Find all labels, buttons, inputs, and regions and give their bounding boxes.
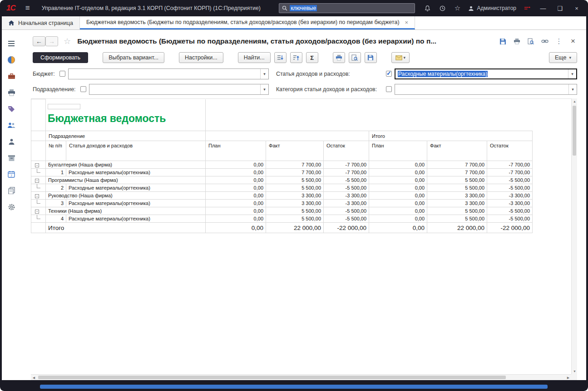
report-cell-num[interactable]: 1: [46, 169, 66, 176]
report-cell-num[interactable]: 2: [46, 184, 66, 192]
report-cell-value[interactable]: 3 300,00: [427, 192, 487, 200]
collapse-group-icon[interactable]: -: [35, 179, 39, 183]
tag-icon[interactable]: [7, 104, 16, 113]
report-cell-name[interactable]: Руководство (Наша фирма): [46, 192, 206, 200]
col-rest-1[interactable]: Остаток: [324, 141, 369, 161]
report-cell-value[interactable]: 0,00: [206, 192, 266, 200]
report-cell-value[interactable]: 0,00: [369, 184, 427, 192]
report-cell-value[interactable]: 0,00: [369, 200, 427, 207]
report-cell-value[interactable]: -3 300,00: [324, 200, 369, 207]
archive-box-icon[interactable]: [7, 153, 16, 162]
report-cell-value[interactable]: -22 000,00: [487, 223, 533, 233]
report-cell-value[interactable]: -7 700,00: [324, 169, 369, 176]
report-cell-value[interactable]: -22 000,00: [324, 223, 369, 233]
report-cell-value[interactable]: -5 500,00: [324, 207, 369, 215]
col-plan-1[interactable]: План: [206, 141, 266, 161]
notifications-bell-icon[interactable]: [423, 4, 431, 12]
totals-sigma-button[interactable]: Σ: [306, 52, 318, 63]
report-cell-value[interactable]: 5 500,00: [427, 215, 487, 223]
report-cell-value[interactable]: 0,00: [206, 200, 266, 207]
briefcase-icon[interactable]: [7, 72, 16, 81]
budget-checkbox[interactable]: [59, 71, 65, 77]
chevron-down-icon[interactable]: ▾: [568, 84, 577, 94]
report-cell-item[interactable]: Расходные материалы(оргтехника): [66, 200, 206, 207]
report-cell-value[interactable]: 5 500,00: [427, 184, 487, 192]
maximize-button[interactable]: ❑: [555, 5, 565, 12]
report-cell-value[interactable]: 22 000,00: [266, 223, 324, 233]
category-checkbox[interactable]: [386, 86, 392, 92]
back-button[interactable]: ←: [33, 36, 45, 46]
col-rest-2[interactable]: Остаток: [487, 141, 533, 161]
sort-ascending-button[interactable]: [290, 52, 302, 63]
report-cell-item[interactable]: Расходные материалы(оргтехника): [66, 169, 206, 176]
sections-menu-icon[interactable]: [7, 39, 16, 48]
report-cell-value[interactable]: 0,00: [206, 223, 266, 233]
report-cell-value[interactable]: 22 000,00: [427, 223, 487, 233]
chevron-down-icon[interactable]: ▾: [260, 84, 268, 94]
report-cell-value[interactable]: -3 300,00: [487, 192, 533, 200]
report-cell-value[interactable]: 0,00: [369, 161, 427, 169]
report-cell-value[interactable]: 5 500,00: [266, 215, 324, 223]
report-cell-value[interactable]: 0,00: [369, 169, 427, 176]
report-cell-value[interactable]: -5 500,00: [324, 215, 369, 223]
report-cell-value[interactable]: 0,00: [369, 176, 427, 184]
choose-variant-button[interactable]: Выбрать вариант...: [103, 52, 164, 63]
report-cell-value[interactable]: 5 500,00: [427, 207, 487, 215]
current-user[interactable]: Администратор: [468, 5, 516, 11]
department-checkbox[interactable]: [80, 86, 86, 92]
item-combo[interactable]: Расходные материалы(оргтехника) ▾: [395, 68, 577, 79]
settings-button[interactable]: Настройки...: [179, 52, 223, 63]
report-cell-value[interactable]: 0,00: [206, 215, 266, 223]
horizontal-scrollbar[interactable]: ◀ ▶: [31, 374, 571, 380]
report-cell-value[interactable]: 7 700,00: [266, 169, 324, 176]
spreadsheet[interactable]: Бюджетная ведомость Подразделение Итого: [31, 98, 571, 374]
report-cell-value[interactable]: -7 700,00: [324, 161, 369, 169]
report-cell-value[interactable]: -5 500,00: [324, 176, 369, 184]
report-cell-value[interactable]: 5 500,00: [266, 184, 324, 192]
report-cell-value[interactable]: -7 700,00: [487, 161, 533, 169]
band-department[interactable]: Подразделение: [46, 131, 206, 141]
scroll-up-icon[interactable]: ▲: [572, 98, 577, 104]
documents-icon[interactable]: [7, 186, 16, 195]
report-cell-value[interactable]: 0,00: [369, 223, 427, 233]
report-cell-value[interactable]: 5 500,00: [266, 207, 324, 215]
global-search-input[interactable]: ключевые: [279, 3, 415, 13]
report-title-cell[interactable]: Бюджетная ведомость: [46, 99, 206, 131]
report-cell-value[interactable]: -5 500,00: [324, 184, 369, 192]
gear-icon[interactable]: [7, 202, 16, 211]
more-button[interactable]: Еще ▾: [549, 52, 577, 63]
report-cell-value[interactable]: 0,00: [206, 176, 266, 184]
budget-combo[interactable]: ▾: [68, 68, 269, 79]
report-cell-num[interactable]: 4: [46, 215, 66, 223]
report-cell-value[interactable]: 0,00: [206, 207, 266, 215]
tab-budget-report[interactable]: Бюджетная ведомость (Бюджеты по подразде…: [80, 16, 415, 29]
get-link-icon[interactable]: [541, 37, 549, 45]
vertical-scroll-thumb[interactable]: [573, 106, 576, 156]
report-cell-item[interactable]: Расходные материалы(оргтехника): [66, 184, 206, 192]
chevron-down-icon[interactable]: ▾: [260, 69, 268, 79]
tab-close-icon[interactable]: ×: [405, 19, 409, 26]
generate-button[interactable]: Сформировать: [33, 52, 88, 63]
report-cell-value[interactable]: 0,00: [369, 207, 427, 215]
report-cell-value[interactable]: 5 500,00: [266, 176, 324, 184]
collapse-group-icon[interactable]: -: [35, 210, 39, 214]
print-button[interactable]: [333, 52, 345, 63]
col-plan-2[interactable]: План: [369, 141, 427, 161]
col-fact-1[interactable]: Факт: [266, 141, 324, 161]
save-report-button[interactable]: [365, 52, 377, 63]
report-cell-item[interactable]: Расходные материалы(оргтехника): [66, 215, 206, 223]
report-cell-value[interactable]: 3 300,00: [427, 200, 487, 207]
report-cell-name[interactable]: Бухгалтерия (Наша фирма): [46, 161, 206, 169]
collapse-group-icon[interactable]: -: [35, 163, 39, 167]
report-cell-value[interactable]: -5 500,00: [487, 184, 533, 192]
report-cell-value[interactable]: -5 500,00: [487, 215, 533, 223]
save-icon[interactable]: [499, 37, 507, 45]
category-combo[interactable]: ▾: [395, 84, 577, 95]
report-cell-value[interactable]: 0,00: [206, 184, 266, 192]
send-email-button[interactable]: ▾: [391, 52, 410, 63]
report-cell-name[interactable]: Программисты (Наша фирма): [46, 176, 206, 184]
tab-home[interactable]: Начальная страница: [2, 16, 80, 29]
preview-button[interactable]: [349, 52, 361, 63]
printer-section-icon[interactable]: [7, 88, 16, 97]
horizontal-scroll-thumb[interactable]: [38, 376, 506, 379]
